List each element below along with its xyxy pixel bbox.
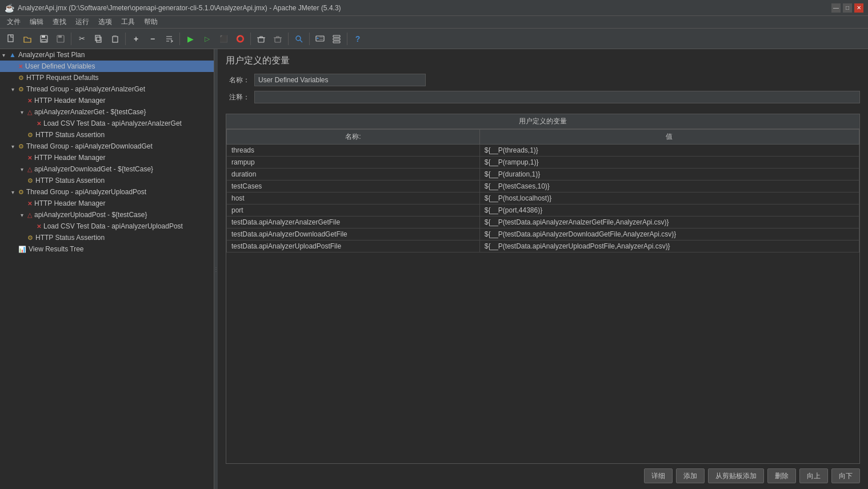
- remote-button[interactable]: [313, 31, 327, 46]
- detail-btn[interactable]: 详细: [644, 468, 673, 483]
- menu-item-查找[interactable]: 查找: [48, 16, 71, 28]
- menu-item-工具[interactable]: 工具: [117, 16, 139, 28]
- collapse-button[interactable]: −: [145, 31, 160, 46]
- help-button[interactable]: ?: [350, 31, 365, 46]
- toolbar-separator-2: [125, 33, 126, 45]
- tree-item-thread-group-get[interactable]: ▾ ⚙ Thread Group - apiAnalyzerAnalzerGet: [0, 83, 214, 95]
- tree-item-thread-group-upload[interactable]: ▾ ⚙ Thread Group - apiAnalyzerUploadPost: [0, 186, 214, 198]
- tree-item-api-analyzer-download[interactable]: ▾ △ apiAnalyzerDownloadGet - ${testCase}: [0, 163, 214, 175]
- var-value-cell: ${__P(testData.apiAnalyzerUploadPostFile…: [479, 241, 859, 252]
- clear-button[interactable]: [254, 31, 269, 46]
- menu-item-选项[interactable]: 选项: [94, 16, 117, 28]
- name-field-row: 名称：: [226, 74, 860, 86]
- tree-item-http-status-assert-3[interactable]: ⚙ HTTP Status Assertion: [0, 232, 214, 243]
- arrow-down-icon: ▾: [11, 86, 18, 93]
- var-value-cell: ${__P(testData.apiAnalyzerAnalzerGetFile…: [479, 217, 859, 229]
- tree-icon-api-analyzer-download: △: [27, 166, 32, 173]
- tree-item-load-csv-get[interactable]: ✕ Load CSV Test Data - apiAnalyzerAnalze…: [0, 118, 214, 129]
- table-row[interactable]: duration ${__P(duration,1)}: [227, 169, 859, 181]
- run-no-pause-button[interactable]: ▷: [199, 31, 214, 46]
- tree-label-load-csv-get: Load CSV Test Data - apiAnalyzerAnalzerG…: [43, 119, 182, 127]
- var-value-cell: ${__P(threads,1)}: [479, 145, 859, 157]
- open-button[interactable]: [20, 31, 35, 46]
- clear-all-button[interactable]: [270, 31, 285, 46]
- cut-button[interactable]: ✂: [74, 31, 89, 46]
- col-header-value: 值: [479, 130, 859, 145]
- table-row[interactable]: testData.apiAnalyzerDownloadGetFile ${__…: [227, 229, 859, 241]
- tree-label-http-status-assert-1: HTTP Status Assertion: [35, 131, 105, 139]
- run-button[interactable]: ▶: [183, 31, 198, 46]
- table-row[interactable]: threads ${__P(threads,1)}: [227, 145, 859, 157]
- toolbar-separator-4: [250, 33, 251, 45]
- main-layout: ▾ ▲ AnalyzerApi Test Plan ✕ User Defined…: [0, 49, 868, 489]
- tree-label-http-header-mgr-2: HTTP Header Manager: [34, 154, 106, 162]
- add-from-clipboard-btn[interactable]: 从剪贴板添加: [708, 468, 764, 483]
- comment-input[interactable]: [254, 91, 860, 103]
- vars-table-wrapper: 名称: 值 threads ${__P(threads,1)} rampup $…: [226, 129, 860, 464]
- arrow-down-icon: ▾: [21, 166, 27, 173]
- table-row[interactable]: testData.apiAnalyzerAnalzerGetFile ${__P…: [227, 217, 859, 229]
- table-row[interactable]: rampup ${__P(rampup,1)}: [227, 157, 859, 169]
- menu-item-帮助[interactable]: 帮助: [139, 16, 162, 28]
- tree-item-thread-group-download[interactable]: ▾ ⚙ Thread Group - apiAnalyzerDownloadGe…: [0, 141, 214, 152]
- table-row[interactable]: testCases ${__P(testCases,10)}: [227, 181, 859, 193]
- tree-item-http-header-mgr-3[interactable]: ✕ HTTP Header Manager: [0, 198, 214, 209]
- tree-item-api-analyzer-get[interactable]: ▾ △ apiAnalyzerAnalzerGet - ${testCase}: [0, 106, 214, 118]
- tree-item-http-status-assert-1[interactable]: ⚙ HTTP Status Assertion: [0, 129, 214, 141]
- toggle-button[interactable]: [162, 31, 177, 46]
- tree-item-user-defined-vars[interactable]: ✕ User Defined Variables: [0, 61, 214, 72]
- tree-item-http-header-mgr-1[interactable]: ✕ HTTP Header Manager: [0, 95, 214, 106]
- arrow-down-icon: ▾: [11, 143, 18, 150]
- svg-rect-10: [258, 38, 264, 42]
- tree-label-thread-group-get: Thread Group - apiAnalyzerAnalzerGet: [26, 85, 145, 93]
- var-value-cell: ${__P(host,localhost)}: [479, 193, 859, 205]
- table-row[interactable]: host ${__P(host,localhost)}: [227, 193, 859, 205]
- menu-item-编辑[interactable]: 编辑: [25, 16, 48, 28]
- templates-button[interactable]: [329, 31, 344, 46]
- paste-button[interactable]: [107, 31, 122, 46]
- move-down-btn[interactable]: 向下: [831, 468, 860, 483]
- menu-bar: 文件编辑查找运行选项工具帮助: [0, 16, 868, 29]
- bottom-buttons: 详细 添加 从剪贴板添加 删除 向上 向下: [226, 468, 860, 483]
- menu-item-文件[interactable]: 文件: [2, 16, 25, 28]
- arrow-down-icon: ▾: [11, 189, 18, 195]
- tree-label-http-request-defaults: HTTP Request Defaults: [26, 74, 99, 82]
- move-up-btn[interactable]: 向上: [799, 468, 828, 483]
- save-as-button[interactable]: [53, 31, 68, 46]
- maximize-btn[interactable]: □: [843, 3, 852, 13]
- tree-label-load-csv-upload: Load CSV Test Data - apiAnalyzerUploadPo…: [43, 222, 183, 230]
- menu-item-运行[interactable]: 运行: [71, 16, 94, 28]
- tree-item-http-request-defaults[interactable]: ⚙ HTTP Request Defaults: [0, 72, 214, 83]
- tree-item-test-plan[interactable]: ▾ ▲ AnalyzerApi Test Plan: [0, 49, 214, 61]
- var-name-cell: duration: [227, 169, 480, 181]
- expand-button[interactable]: +: [129, 31, 143, 46]
- shutdown-button[interactable]: ⭕: [233, 31, 247, 46]
- tree-icon-thread-group-get: ⚙: [18, 86, 24, 93]
- tree-icon-http-request-defaults: ⚙: [18, 74, 24, 82]
- tree-item-http-header-mgr-2[interactable]: ✕ HTTP Header Manager: [0, 152, 214, 163]
- svg-rect-6: [97, 37, 101, 42]
- tree-item-http-status-assert-2[interactable]: ⚙ HTTP Status Assertion: [0, 175, 214, 186]
- tree-item-api-analyzer-upload[interactable]: ▾ △ apiAnalyzerUploadPost - ${testCase}: [0, 209, 214, 221]
- copy-button[interactable]: [91, 31, 106, 46]
- tree-label-test-plan: AnalyzerApi Test Plan: [18, 51, 85, 59]
- close-btn[interactable]: ✕: [854, 3, 863, 13]
- find-magnify-button[interactable]: [291, 31, 306, 46]
- tree-item-view-results-tree[interactable]: 📊 View Results Tree: [0, 243, 214, 255]
- table-row[interactable]: testData.apiAnalyzerUploadPostFile ${__P…: [227, 241, 859, 252]
- add-btn[interactable]: 添加: [676, 468, 705, 483]
- delete-btn[interactable]: 删除: [767, 468, 796, 483]
- svg-rect-9: [113, 35, 117, 37]
- tree-item-load-csv-upload[interactable]: ✕ Load CSV Test Data - apiAnalyzerUpload…: [0, 221, 214, 232]
- save-button[interactable]: [37, 31, 51, 46]
- var-value-cell: ${__P(rampup,1)}: [479, 157, 859, 169]
- toolbar-separator-1: [71, 33, 71, 45]
- var-name-cell: host: [227, 193, 480, 205]
- minimize-btn[interactable]: —: [831, 3, 841, 13]
- var-value-cell: ${__P(duration,1)}: [479, 169, 859, 181]
- name-input[interactable]: [254, 74, 426, 86]
- new-button[interactable]: [3, 31, 18, 46]
- stop-button[interactable]: ⬛: [216, 31, 231, 46]
- table-row[interactable]: port ${__P(port,44386)}: [227, 205, 859, 217]
- tree-icon-api-analyzer-upload: △: [27, 211, 32, 219]
